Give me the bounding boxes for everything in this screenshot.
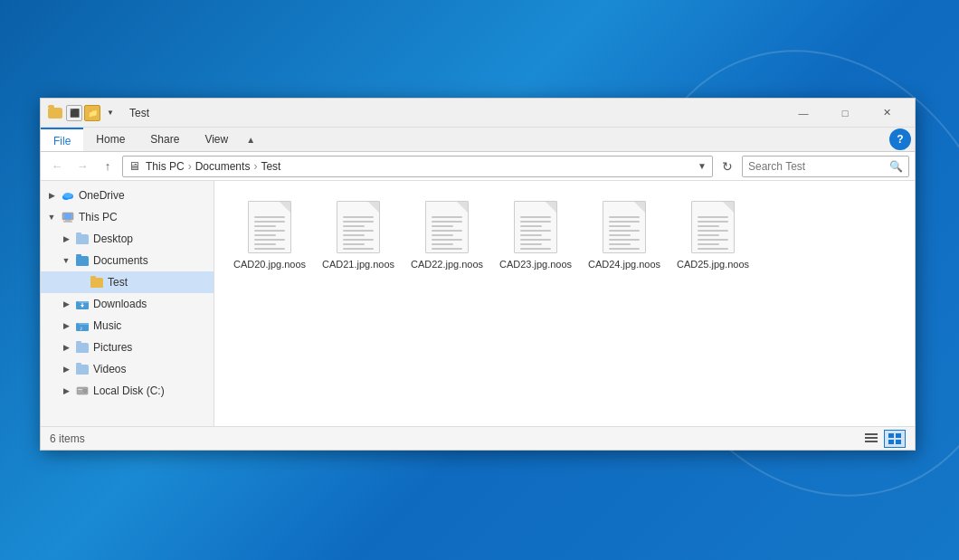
large-icons-view-button[interactable] <box>884 430 906 448</box>
window-title: Test <box>129 107 783 119</box>
view-controls <box>860 430 906 448</box>
file-item[interactable]: CAD22.jpg.noos <box>406 195 488 276</box>
search-input[interactable] <box>748 160 889 173</box>
minimize-button[interactable]: — <box>783 99 824 128</box>
downloads-folder-icon <box>75 297 90 311</box>
svg-rect-8 <box>82 303 83 306</box>
explorer-window: ⬛ 📁 ▼ Test — □ ✕ File Home Share View ▲ … <box>40 98 916 451</box>
search-box[interactable]: 🔍 <box>742 156 909 177</box>
expand-icon-documents: ▼ <box>59 253 73 268</box>
sidebar-item-downloads[interactable]: ▶ Downloads <box>41 293 214 315</box>
item-count: 6 items <box>50 432 85 445</box>
sidebar-item-thispc[interactable]: ▼ This PC <box>41 206 214 228</box>
desktop-folder-icon <box>75 232 90 246</box>
documents-folder-icon <box>75 253 90 268</box>
file-item[interactable]: CAD23.jpg.noos <box>495 195 576 276</box>
back-button[interactable]: ← <box>46 156 68 177</box>
sidebar-item-pictures[interactable]: ▶ Pictures <box>41 337 214 358</box>
path-pc-icon: 🖥 <box>128 159 140 173</box>
expand-icon-localdisk: ▶ <box>59 384 73 398</box>
svg-rect-6 <box>63 222 72 223</box>
forward-button[interactable]: → <box>71 156 93 177</box>
details-view-button[interactable] <box>860 430 882 448</box>
sidebar-label-onedrive: OneDrive <box>79 189 125 202</box>
svg-rect-20 <box>888 440 894 444</box>
refresh-button[interactable]: ↻ <box>717 156 738 177</box>
breadcrumb-thispc[interactable]: This PC <box>144 160 186 173</box>
sidebar-label-downloads: Downloads <box>93 298 147 310</box>
expand-icon-music: ▶ <box>59 318 73 333</box>
sidebar-item-localdisk[interactable]: ▶ Local Disk (C:) <box>41 380 214 402</box>
svg-rect-18 <box>888 433 894 438</box>
file-icon <box>514 201 557 253</box>
qa-dropdown-btn[interactable]: ▼ <box>102 105 119 121</box>
sidebar-label-test: Test <box>108 276 128 289</box>
address-path[interactable]: 🖥 This PC › Documents › Test ▼ <box>122 156 713 177</box>
up-button[interactable]: ↑ <box>97 156 119 177</box>
file-item[interactable]: CAD25.jpg.noos <box>672 195 754 276</box>
expand-icon-pictures: ▶ <box>59 340 73 355</box>
svg-rect-19 <box>896 433 901 438</box>
qa-newfolder-btn[interactable]: 📁 <box>84 105 100 121</box>
svg-rect-17 <box>865 441 878 442</box>
sidebar: ▶ OneDrive ▼ This PC <box>41 181 214 426</box>
ribbon-expand-btn[interactable]: ▲ <box>241 135 261 145</box>
window-controls: — □ ✕ <box>783 99 907 128</box>
music-folder-icon: ♪ <box>75 318 90 333</box>
file-area: CAD20.jpg.noos CAD21.jpg.noos <box>214 181 915 426</box>
svg-text:♪: ♪ <box>80 325 83 331</box>
expand-icon-onedrive: ▶ <box>44 188 59 203</box>
file-icon <box>425 201 469 253</box>
file-item[interactable]: CAD21.jpg.noos <box>318 195 399 276</box>
breadcrumb-documents[interactable]: Documents <box>194 160 252 173</box>
address-dropdown-btn[interactable]: ▼ <box>698 161 707 171</box>
sidebar-label-videos: Videos <box>93 363 126 375</box>
file-icon <box>691 201 735 253</box>
expand-icon-test <box>73 275 88 289</box>
path-sep-1: › <box>188 160 192 173</box>
expand-icon-thispc: ▼ <box>44 210 59 224</box>
tab-view[interactable]: View <box>192 128 241 151</box>
file-item[interactable]: CAD20.jpg.noos <box>229 195 310 276</box>
sidebar-item-test[interactable]: Test <box>41 271 214 293</box>
ribbon-tab-bar: File Home Share View ▲ ? <box>41 128 915 151</box>
address-bar: ← → ↑ 🖥 This PC › Documents › Test ▼ ↻ 🔍 <box>41 152 915 181</box>
qa-properties-btn[interactable]: ⬛ <box>66 105 82 121</box>
sidebar-item-onedrive[interactable]: ▶ OneDrive <box>41 185 214 206</box>
sidebar-item-music[interactable]: ▶ ♪ Music <box>41 315 214 337</box>
svg-rect-21 <box>896 440 901 444</box>
expand-icon-desktop: ▶ <box>59 232 73 246</box>
tab-home[interactable]: Home <box>83 128 138 151</box>
close-button[interactable]: ✕ <box>866 99 907 128</box>
file-icon <box>248 201 291 253</box>
svg-rect-4 <box>64 214 71 219</box>
window-folder-icon <box>48 106 62 120</box>
sidebar-item-desktop[interactable]: ▶ Desktop <box>41 228 214 250</box>
svg-point-13 <box>84 390 86 392</box>
sidebar-label-desktop: Desktop <box>93 233 133 245</box>
tab-file[interactable]: File <box>41 128 83 151</box>
sidebar-item-videos[interactable]: ▶ Videos <box>41 358 214 380</box>
maximize-button[interactable]: □ <box>824 99 866 128</box>
file-name: CAD25.jpg.noos <box>677 258 749 271</box>
file-name: CAD24.jpg.noos <box>588 258 660 271</box>
search-submit-button[interactable]: 🔍 <box>889 160 903 173</box>
breadcrumb-test[interactable]: Test <box>259 160 282 173</box>
main-content: ▶ OneDrive ▼ This PC <box>41 181 915 426</box>
file-name: CAD21.jpg.noos <box>322 258 394 271</box>
svg-rect-14 <box>78 389 82 390</box>
file-item[interactable]: CAD24.jpg.noos <box>584 195 665 276</box>
localdisk-icon <box>75 384 90 398</box>
help-button[interactable]: ? <box>889 128 911 150</box>
sidebar-label-documents: Documents <box>93 254 148 267</box>
pictures-folder-icon <box>75 340 90 355</box>
file-name: CAD20.jpg.noos <box>233 258 306 271</box>
svg-rect-5 <box>65 220 71 222</box>
expand-icon-downloads: ▶ <box>59 297 73 311</box>
tab-share[interactable]: Share <box>138 128 192 151</box>
status-bar: 6 items <box>41 426 915 450</box>
sidebar-label-localdisk: Local Disk (C:) <box>93 384 165 397</box>
svg-rect-16 <box>865 437 878 439</box>
sidebar-item-documents[interactable]: ▼ Documents <box>41 250 214 271</box>
thispc-icon <box>61 210 75 224</box>
